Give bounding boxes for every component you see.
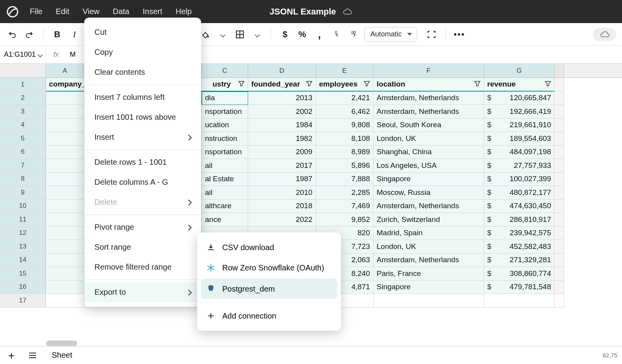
cell[interactable]: founded_year bbox=[248, 78, 316, 92]
cell[interactable]: 2,285 bbox=[316, 186, 374, 200]
filter-icon[interactable] bbox=[306, 80, 312, 88]
cell[interactable]: al Estate bbox=[202, 173, 248, 186]
menu-edit[interactable]: Edit bbox=[56, 7, 69, 16]
sheet-tab[interactable]: Sheet bbox=[47, 349, 77, 361]
cell[interactable]: nsportation bbox=[202, 105, 248, 119]
cell[interactable]: ail bbox=[202, 186, 248, 200]
row-header[interactable]: 5 bbox=[0, 132, 46, 146]
cell[interactable]: $120,665,847 bbox=[484, 92, 555, 105]
cell[interactable]: 2002 bbox=[248, 105, 316, 119]
row-header[interactable]: 3 bbox=[0, 105, 46, 119]
submenu-item[interactable]: Row Zero Snowflake (OAuth) bbox=[197, 258, 341, 278]
cell[interactable] bbox=[46, 254, 84, 267]
cell[interactable] bbox=[46, 294, 84, 308]
cell[interactable] bbox=[484, 294, 555, 308]
cell[interactable] bbox=[46, 281, 84, 294]
borders-button[interactable] bbox=[233, 28, 247, 41]
row-header[interactable]: 2 bbox=[0, 92, 46, 105]
cell[interactable]: Singapore bbox=[374, 173, 484, 186]
col-header-F[interactable]: F bbox=[374, 64, 484, 77]
row-header[interactable]: 9 bbox=[0, 186, 46, 200]
cell[interactable] bbox=[46, 132, 84, 146]
row-header[interactable]: 4 bbox=[0, 119, 46, 132]
decrease-decimal-button[interactable]: .0 bbox=[330, 28, 343, 41]
context-menu-item[interactable]: Export to bbox=[84, 282, 201, 302]
cell[interactable]: London, UK bbox=[374, 240, 484, 254]
cell[interactable]: althcare bbox=[202, 200, 248, 213]
filter-icon[interactable] bbox=[474, 80, 481, 88]
cell[interactable]: 5,896 bbox=[316, 159, 374, 173]
cell[interactable]: Amsterdam, Netherlands bbox=[374, 254, 484, 267]
percent-button[interactable]: % bbox=[296, 28, 309, 41]
row-header[interactable]: 12 bbox=[0, 227, 46, 240]
sheet-list-button[interactable] bbox=[26, 349, 39, 362]
cell[interactable]: $239,942,575 bbox=[484, 227, 555, 240]
more-button[interactable]: ••• bbox=[453, 28, 466, 41]
cell[interactable]: Amsterdam, Netherlands bbox=[374, 200, 484, 213]
cell[interactable]: 8,108 bbox=[316, 132, 374, 146]
name-box[interactable]: A1:G1001 bbox=[0, 46, 46, 63]
row-header[interactable]: 16 bbox=[0, 281, 46, 294]
cell[interactable]: ance bbox=[202, 213, 248, 227]
row-header[interactable]: 14 bbox=[0, 254, 46, 267]
cell[interactable]: 6,462 bbox=[316, 105, 374, 119]
cell[interactable]: ail bbox=[202, 159, 248, 173]
context-menu-item[interactable]: Remove filtered range bbox=[84, 257, 201, 277]
col-header-A[interactable]: A bbox=[46, 64, 84, 77]
cell[interactable] bbox=[46, 92, 84, 105]
filter-icon[interactable] bbox=[238, 80, 245, 88]
cell[interactable] bbox=[46, 173, 84, 186]
cell[interactable]: $192,666,419 bbox=[484, 105, 555, 119]
cell[interactable]: 9,808 bbox=[316, 119, 374, 132]
context-menu-item[interactable]: Insert bbox=[84, 127, 201, 147]
bold-button[interactable]: B bbox=[51, 28, 64, 41]
row-header[interactable]: 17 bbox=[0, 294, 46, 308]
row-header[interactable]: 1 bbox=[0, 78, 46, 92]
col-header-G[interactable]: G bbox=[484, 64, 555, 77]
undo-button[interactable] bbox=[5, 28, 19, 41]
cell[interactable] bbox=[46, 227, 84, 240]
submenu-item[interactable]: Postgrest_dem bbox=[201, 279, 337, 299]
cell[interactable]: revenue bbox=[484, 78, 555, 92]
row-header[interactable]: 15 bbox=[0, 267, 46, 281]
cell[interactable]: Singapore bbox=[374, 281, 484, 294]
col-header-C[interactable]: C bbox=[202, 64, 248, 77]
cell[interactable]: nstruction bbox=[202, 132, 248, 146]
row-header[interactable]: 7 bbox=[0, 159, 46, 173]
cell[interactable]: 7,469 bbox=[316, 200, 374, 213]
comma-button[interactable]: , bbox=[313, 28, 326, 41]
row-header[interactable]: 10 bbox=[0, 200, 46, 213]
increase-decimal-button[interactable]: .00 bbox=[347, 28, 361, 41]
cell[interactable] bbox=[46, 240, 84, 254]
cell[interactable]: 1982 bbox=[248, 132, 316, 146]
cell[interactable]: Amsterdam, Netherlands bbox=[374, 92, 484, 105]
cell[interactable]: London, UK bbox=[374, 132, 484, 146]
cell[interactable]: 2009 bbox=[248, 146, 316, 159]
context-menu-item[interactable]: Clear contents bbox=[84, 62, 201, 82]
row-header[interactable]: 6 bbox=[0, 146, 46, 159]
submenu-item[interactable]: Add connection bbox=[197, 306, 341, 326]
menu-data[interactable]: Data bbox=[113, 7, 129, 16]
cell[interactable] bbox=[46, 213, 84, 227]
context-menu-item[interactable]: Sort range bbox=[84, 237, 201, 257]
cloud-status-pill[interactable] bbox=[593, 28, 617, 41]
horizontal-scrollbar[interactable] bbox=[46, 341, 77, 346]
cell[interactable]: $286,810,917 bbox=[484, 213, 555, 227]
cell[interactable]: 8,989 bbox=[316, 146, 374, 159]
cell[interactable] bbox=[46, 159, 84, 173]
select-all-corner[interactable] bbox=[0, 64, 46, 77]
cell[interactable]: Paris, France bbox=[374, 267, 484, 281]
cell[interactable]: $452,582,483 bbox=[484, 240, 555, 254]
cell[interactable]: 2022 bbox=[248, 213, 316, 227]
cell[interactable]: Los Angeles, USA bbox=[374, 159, 484, 173]
col-header-D[interactable]: D bbox=[248, 64, 316, 77]
cell[interactable]: $27,757,933 bbox=[484, 159, 555, 173]
redo-button[interactable] bbox=[23, 28, 36, 41]
row-header[interactable]: 13 bbox=[0, 240, 46, 254]
cell[interactable] bbox=[46, 267, 84, 281]
cell[interactable]: Madrid, Spain bbox=[374, 227, 484, 240]
cell[interactable] bbox=[46, 200, 84, 213]
number-format-select[interactable]: Automatic bbox=[364, 27, 417, 42]
cell[interactable]: employees bbox=[316, 78, 374, 92]
cell[interactable]: 2013 bbox=[248, 92, 316, 105]
